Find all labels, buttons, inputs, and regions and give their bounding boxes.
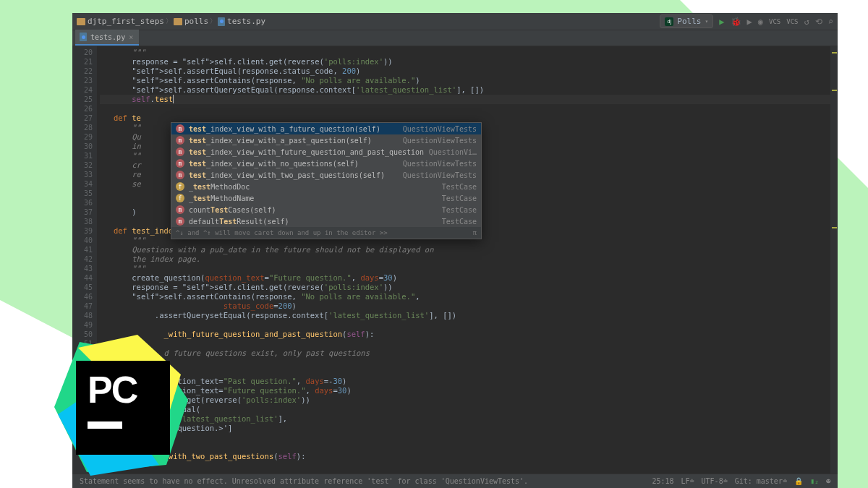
code-line[interactable]: "self">self.assertQuerysetEqual(response…	[100, 85, 835, 95]
run-icon[interactable]: ▶	[719, 17, 724, 27]
code-line[interactable]	[100, 320, 835, 330]
completion-hint: ^↓ and ^↑ will move caret down and up in…	[171, 227, 481, 239]
code-line[interactable]	[100, 367, 835, 377]
code-line[interactable]: xt['latest_question_list'],	[100, 414, 835, 424]
code-line[interactable]: create_question(question_text="Future qu…	[100, 273, 835, 283]
code-line[interactable]: _with_two_past_questions(self):	[100, 452, 835, 461]
line-number: 33	[74, 170, 93, 179]
completion-item[interactable]: mcountTestCases(self)TestCase	[171, 204, 481, 215]
line-number: 41	[74, 245, 93, 254]
code-line[interactable]: st question.>']	[100, 424, 835, 433]
search-icon[interactable]: ⌕	[828, 17, 833, 27]
warn-marker[interactable]	[832, 227, 837, 228]
vcs-update-icon[interactable]: VCS	[769, 18, 780, 25]
code-line[interactable]: response = "self">self.client.get(revers…	[100, 283, 835, 292]
code-line[interactable]: uestion_text="Future question.", days=30…	[100, 386, 835, 395]
warn-marker[interactable]	[832, 52, 837, 53]
code-line[interactable]: uestion_text="Past question.", days=-30)	[100, 377, 835, 386]
code-line[interactable]: self.test	[100, 95, 835, 104]
completion-item[interactable]: f_testMethodDocTestCase	[171, 181, 481, 192]
history-icon[interactable]: ↺	[804, 17, 809, 27]
hector-icon[interactable]: ☻	[826, 477, 830, 485]
breadcrumb-project[interactable]: djtp_first_steps	[77, 17, 164, 26]
code-line[interactable]	[100, 358, 835, 367]
stop-icon[interactable]: ◉	[758, 17, 763, 27]
completion-class: TestCase	[442, 183, 477, 191]
line-number: 36	[74, 198, 93, 207]
line-number: 45	[74, 283, 93, 292]
run-config-selector[interactable]: Polls ▾	[660, 14, 713, 28]
code-line[interactable]: etEqual(	[100, 405, 835, 414]
completion-class: QuestionViewTests	[403, 160, 477, 168]
py-file-icon	[80, 33, 87, 41]
line-number: 25	[74, 95, 93, 104]
line-number: 32	[74, 160, 93, 170]
django-icon	[665, 17, 673, 26]
code-line[interactable]	[100, 442, 835, 452]
vcs-commit-icon[interactable]: VCS	[786, 18, 798, 25]
folder-icon	[174, 18, 182, 25]
code-line[interactable]: "self">self.assertEqual(response.status_…	[100, 67, 835, 76]
line-number: 44	[74, 273, 93, 283]
code-line[interactable]: ient.get(reverse('polls:index'))	[100, 395, 835, 405]
completion-name: test_index_view_with_a_future_question(s…	[189, 125, 380, 133]
code-line[interactable]: .assertQuerysetEqual(response.context['l…	[100, 311, 835, 320]
run-coverage-icon[interactable]: ▶	[747, 17, 752, 27]
pycharm-initials: PC	[88, 372, 158, 407]
code-line[interactable]	[100, 433, 835, 442]
completion-item[interactable]: mtest_index_view_with_two_past_questions…	[171, 169, 481, 181]
code-line[interactable]: the index page.	[100, 254, 835, 264]
completion-name: test_index_view_with_a_past_question(sel…	[189, 137, 372, 145]
completion-name: defaultTestResult(self)	[189, 218, 289, 226]
lock-icon[interactable]: 🔒	[794, 477, 803, 485]
code-line[interactable]: status_code=200)	[100, 301, 835, 311]
completion-item[interactable]: mtest_index_view_with_a_past_question(se…	[171, 134, 481, 146]
code-line[interactable]	[100, 461, 835, 471]
pycharm-bar	[88, 421, 122, 429]
line-sep[interactable]: LF≐	[681, 477, 694, 485]
completion-class: QuestionVi…	[429, 148, 477, 156]
completion-item[interactable]: mdefaultTestResult(self)TestCase	[171, 215, 481, 227]
method-icon: m	[176, 136, 184, 145]
breadcrumb-dir[interactable]: polls	[174, 17, 208, 26]
chevron-icon: 〉	[210, 17, 216, 26]
tab-tests[interactable]: tests.py ×	[75, 30, 139, 46]
line-number: 22	[74, 67, 93, 76]
encoding[interactable]: UTF-8≐	[702, 477, 728, 485]
completion-item[interactable]: mtest_index_view_with_no_questions(self)…	[171, 158, 481, 169]
code-line[interactable]: """	[100, 264, 835, 273]
completion-name: countTestCases(self)	[189, 206, 276, 214]
completion-item[interactable]: mtest_index_view_with_a_future_question(…	[171, 123, 481, 134]
code-line[interactable]: """	[100, 48, 835, 57]
code-line[interactable]: response = "self">self.client.get(revers…	[100, 57, 835, 67]
completion-item[interactable]: f_testMethodNameTestCase	[171, 192, 481, 204]
completion-class: TestCase	[442, 206, 477, 214]
debug-icon[interactable]: 🐞	[731, 17, 741, 27]
breadcrumb-file[interactable]: tests.py	[218, 17, 265, 26]
completion-item[interactable]: mtest_index_view_with_future_question_an…	[171, 146, 481, 158]
close-icon[interactable]: ×	[129, 33, 133, 41]
line-number: 35	[74, 189, 93, 198]
code-line[interactable]: "self">self.assertContains(response, "No…	[100, 76, 835, 85]
toolbar-right: Polls ▾ ▶ 🐞 ▶ ◉ VCS VCS ↺ ⟲ ⌕	[660, 14, 833, 28]
code-line[interactable]: "self">self.assertContains(response, "No…	[100, 292, 835, 301]
caret-pos[interactable]: 25:18	[652, 477, 673, 485]
code-line[interactable]: Questions with a pub_date in the future …	[100, 245, 835, 254]
status-right: 25:18 LF≐ UTF-8≐ Git: master≐ 🔒 ▮₂ ☻	[652, 477, 830, 485]
completion-class: QuestionViewTests	[403, 125, 477, 133]
error-stripe[interactable]	[830, 46, 838, 474]
code-line[interactable]: d future questions exist, only past ques…	[100, 348, 835, 358]
code-line[interactable]	[100, 339, 835, 348]
code-line[interactable]: _with_future_question_and_past_question(…	[100, 330, 835, 339]
mem-indicator[interactable]: ▮₂	[810, 477, 819, 485]
line-number: 39	[74, 226, 93, 236]
breadcrumbs: djtp_first_steps 〉 polls 〉 tests.py	[77, 17, 265, 26]
revert-icon[interactable]: ⟲	[815, 17, 822, 27]
completion-class: TestCase	[442, 218, 477, 226]
git-branch[interactable]: Git: master≐	[735, 477, 787, 485]
warn-marker[interactable]	[832, 90, 837, 91]
method-icon: m	[176, 147, 184, 156]
code-line[interactable]	[100, 104, 835, 114]
field-icon: f	[176, 182, 184, 191]
code-area[interactable]: """ response = "self">self.client.get(re…	[97, 46, 838, 474]
